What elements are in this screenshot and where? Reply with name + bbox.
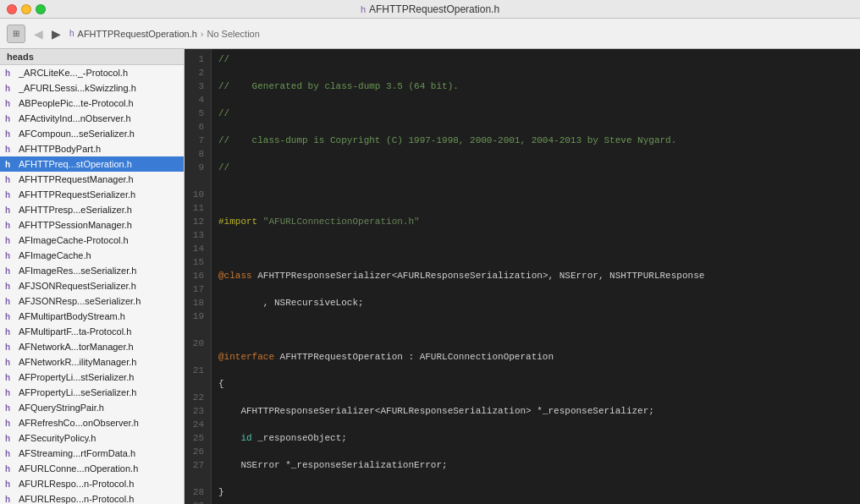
code-content[interactable]: // // Generated by class-dump 3.5 (64 bi… — [212, 49, 860, 504]
file-label: AFURLRespo...n-Protocol.h — [19, 494, 134, 504]
sidebar-item[interactable]: h AFJSONResp...seSerializer.h — [0, 293, 184, 309]
minimize-button[interactable] — [21, 4, 31, 14]
file-label: AFImageCache.h — [19, 250, 91, 260]
file-label: _AFURLSessi...kSwizzling.h — [19, 83, 136, 93]
file-label: AFCompoun...seSerializer.h — [19, 129, 135, 139]
file-icon: h — [5, 205, 15, 215]
grid-button[interactable]: ⊞ — [7, 25, 25, 43]
sidebar-item[interactable]: h AFURLConne...nOperation.h — [0, 461, 184, 476]
line-number: 16 — [188, 269, 204, 282]
line-number: 21 — [188, 364, 204, 377]
sidebar-item[interactable]: h AFQueryStringPair.h — [0, 400, 184, 415]
title-bar: h AFHTTPRequestOperation.h — [0, 0, 860, 19]
sidebar-item[interactable]: h AFHTTPRequestManager.h — [0, 172, 184, 187]
line-number: 26 — [188, 445, 204, 458]
line-number — [188, 472, 204, 485]
main-area: heads h _ARCLiteKe..._-Protocol.h h _AFU… — [0, 49, 860, 504]
file-label: AFImageCache-Protocol.h — [19, 235, 129, 245]
line-number: 2 — [188, 66, 204, 79]
code-line: @class AFHTTPResponseSerializer<AFURLRes… — [218, 269, 853, 282]
code-editor: 123456789 10111213141516171819 20 21 222… — [185, 49, 860, 504]
code-line: } — [218, 485, 853, 499]
line-number: 5 — [188, 107, 204, 120]
sidebar-item[interactable]: h AFImageCache.h — [0, 248, 184, 263]
sidebar-item[interactable]: h AFStreaming...rtFormData.h — [0, 446, 184, 461]
sidebar-item[interactable]: h AFURLRespo...n-Protocol.h — [0, 491, 184, 504]
file-icon: h — [5, 464, 15, 474]
back-button[interactable]: ◀ — [30, 25, 47, 42]
sidebar-item[interactable]: h AFMultipartBodyStream.h — [0, 309, 184, 324]
sidebar-item[interactable]: h ABPeoplePic...te-Protocol.h — [0, 96, 184, 111]
sidebar-item[interactable]: h AFActivityInd...nObserver.h — [0, 111, 184, 126]
sidebar-item[interactable]: h AFHTTPresp...eSerializer.h — [0, 202, 184, 217]
code-line: // — [218, 161, 853, 174]
file-icon: h — [5, 373, 15, 382]
line-number — [188, 350, 204, 364]
line-number: 15 — [188, 255, 204, 269]
sidebar-list[interactable]: h _ARCLiteKe..._-Protocol.h h _AFURLSess… — [0, 65, 184, 504]
maximize-button[interactable] — [36, 4, 46, 14]
sidebar-item[interactable]: h AFNetworkR...ilityManager.h — [0, 354, 184, 370]
sidebar-item[interactable]: h AFImageRes...seSerializer.h — [0, 263, 184, 278]
file-label: AFJSONRequestSerializer.h — [19, 281, 136, 291]
line-number: 1 — [188, 52, 204, 66]
code-line — [218, 242, 853, 255]
sidebar-item[interactable]: h AFHTTPRequestSerializer.h — [0, 187, 184, 202]
sidebar-item[interactable]: h AFURLRespo...n-Protocol.h — [0, 476, 184, 491]
close-button[interactable] — [7, 4, 17, 14]
file-label: _ARCLiteKe..._-Protocol.h — [19, 68, 128, 78]
file-icon: h — [5, 221, 15, 230]
breadcrumb-selection: No Selection — [207, 29, 259, 39]
sidebar-item[interactable]: h AFCompoun...seSerializer.h — [0, 126, 184, 141]
sidebar-item[interactable]: h AFHTTPSessionManager.h — [0, 217, 184, 233]
file-icon: h — [5, 145, 15, 154]
sidebar-item[interactable]: h AFSecurityPolicy.h — [0, 430, 184, 446]
sidebar-item[interactable]: h AFHTTPBodyPart.h — [0, 141, 184, 156]
sidebar-item[interactable]: h _ARCLiteKe..._-Protocol.h — [0, 65, 184, 80]
file-icon: h — [5, 297, 15, 306]
file-icon: h — [5, 251, 15, 260]
sidebar-item[interactable]: h _AFURLSessi...kSwizzling.h — [0, 80, 184, 96]
file-icon: h — [5, 434, 15, 443]
code-line: , NSRecursiveLock; — [218, 296, 853, 310]
line-number: 11 — [188, 201, 204, 215]
title-text: AFHTTPRequestOperation.h — [369, 3, 499, 15]
title-icon: h — [361, 4, 366, 14]
sidebar-item[interactable]: h AFMultipartF...ta-Protocol.h — [0, 324, 184, 339]
file-label: ABPeoplePic...te-Protocol.h — [19, 98, 134, 108]
code-line: { — [218, 377, 853, 391]
file-icon: h — [5, 495, 15, 504]
file-label: AFNetworkA...torManager.h — [19, 342, 134, 352]
file-icon: h — [5, 403, 15, 413]
code-area[interactable]: 123456789 10111213141516171819 20 21 222… — [185, 49, 860, 504]
breadcrumb-icon: h — [69, 29, 74, 38]
sidebar-item[interactable]: h AFRefreshCo...onObserver.h — [0, 415, 184, 430]
code-line: AFHTTPResponseSerializer<AFURLResponseSe… — [218, 404, 853, 418]
line-number — [188, 377, 204, 391]
breadcrumb: h AFHTTPRequestOperation.h › No Selectio… — [69, 29, 260, 39]
toolbar: ⊞ ◀ ▶ h AFHTTPRequestOperation.h › No Se… — [0, 19, 860, 49]
line-number: 23 — [188, 404, 204, 418]
file-icon: h — [5, 266, 15, 276]
file-icon: h — [5, 99, 15, 108]
file-label: AFHTTPresp...eSerializer.h — [19, 205, 132, 215]
code-line: id _responseObject; — [218, 431, 853, 445]
sidebar-item[interactable]: h AFPropertyLi...stSerializer.h — [0, 370, 184, 385]
code-line: #import "AFURLConnectionOperation.h" — [218, 215, 853, 228]
line-number: 29 — [188, 499, 204, 504]
file-label: AFRefreshCo...onObserver.h — [19, 418, 139, 428]
forward-button[interactable]: ▶ — [48, 25, 64, 42]
sidebar-item[interactable]: h AFPropertyLi...seSerializer.h — [0, 385, 184, 400]
sidebar-item[interactable]: h AFImageCache-Protocol.h — [0, 233, 184, 248]
sidebar-item[interactable]: h AFNetworkA...torManager.h — [0, 339, 184, 354]
breadcrumb-file[interactable]: AFHTTPRequestOperation.h — [78, 29, 197, 39]
sidebar-item[interactable]: h AFJSONRequestSerializer.h — [0, 278, 184, 293]
file-icon: h — [5, 388, 15, 397]
breadcrumb-separator: › — [201, 29, 204, 39]
line-number: 17 — [188, 282, 204, 296]
sidebar-item[interactable]: h AFHTTPreq...stOperation.h — [0, 156, 184, 172]
line-number: 20 — [188, 337, 204, 350]
file-label: AFMultipartF...ta-Protocol.h — [19, 326, 131, 337]
line-number: 28 — [188, 485, 204, 499]
line-number: 7 — [188, 134, 204, 147]
